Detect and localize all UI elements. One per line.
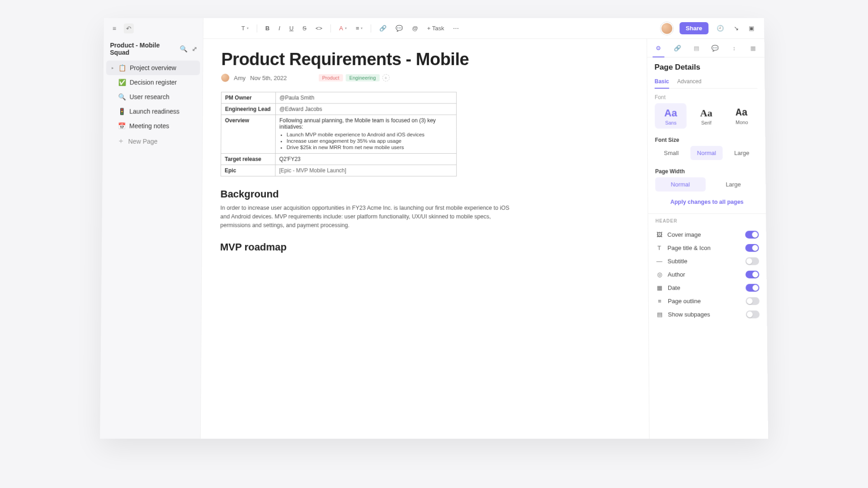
tag-product[interactable]: Product: [318, 74, 343, 81]
link-button[interactable]: 🔗: [377, 23, 388, 33]
italic-button[interactable]: I: [277, 23, 282, 33]
panel-tab-settings[interactable]: ⚙: [649, 39, 668, 57]
list-item: Launch MVP mobile experience to Android …: [287, 132, 453, 137]
font-sample: Aa: [655, 107, 686, 119]
mention[interactable]: @Paula Smith: [279, 94, 314, 101]
bold-button[interactable]: B: [264, 23, 272, 33]
chevron-right-icon[interactable]: ▸: [111, 66, 114, 70]
search-icon[interactable]: 🔍: [179, 45, 187, 52]
calendar-icon: ▦: [656, 284, 663, 291]
code-button[interactable]: <>: [314, 23, 324, 33]
new-page-button[interactable]: ＋ New Page: [105, 133, 199, 149]
background-body[interactable]: In order to increase user acquisition op…: [220, 204, 511, 230]
list-item: Drive $25k in new MRR from net new mobil…: [287, 145, 453, 150]
strike-button[interactable]: S: [301, 23, 308, 33]
sidebar-item-meeting-notes[interactable]: 📅 Meeting notes: [106, 119, 200, 133]
sidebar-item-decision-register[interactable]: ✅ Decision register: [106, 75, 200, 89]
page-width-normal[interactable]: Normal: [655, 177, 705, 191]
font-size-label: Font Size: [655, 137, 758, 143]
mention[interactable]: @Edward Jacobs: [279, 106, 322, 112]
epic-link[interactable]: [Epic - MVP Mobile Launch]: [279, 167, 346, 174]
sidebar-item-project-overview[interactable]: ▸ 📋 Project overview: [106, 61, 200, 75]
tab-basic[interactable]: Basic: [655, 76, 669, 88]
font-option-mono[interactable]: Aa Mono: [726, 103, 758, 128]
header-section-label: HEADER: [656, 218, 759, 223]
expand-icon[interactable]: ⤢: [192, 45, 197, 52]
cell-label: Target release: [221, 154, 276, 165]
comment-icon: 💬: [712, 45, 719, 52]
author-avatar: [221, 74, 229, 82]
sidebar-item-label: Decision register: [130, 79, 177, 86]
sidebar-item-user-research[interactable]: 🔍 User research: [106, 89, 200, 104]
calendar-icon: 📅: [118, 122, 126, 130]
font-sample: Aa: [726, 107, 757, 118]
panel-tab-comments[interactable]: 💬: [706, 39, 725, 57]
person-icon: ◎: [656, 271, 663, 278]
toggle-cover-image[interactable]: [745, 231, 759, 239]
info-table: PM Owner @Paula Smith Engineering Lead @…: [221, 92, 457, 176]
toggle-outline[interactable]: [746, 297, 760, 305]
sidebar: Product - Mobile Squad 🔍 ⤢ ▸ 📋 Project o…: [100, 18, 203, 439]
undo-icon[interactable]: ↶: [124, 23, 134, 33]
clipboard-icon: 📋: [118, 64, 126, 72]
history-icon[interactable]: 🕘: [715, 23, 726, 33]
comment-button[interactable]: 💬: [394, 23, 405, 33]
workspace-name: Product - Mobile Squad: [110, 42, 179, 56]
heading-roadmap: MVP roadmap: [220, 241, 630, 253]
add-task-button[interactable]: + Task: [425, 23, 446, 33]
tab-advanced[interactable]: Advanced: [677, 76, 702, 88]
align-button[interactable]: ≡: [354, 23, 365, 33]
row-label: Page outline: [668, 298, 701, 305]
toggle-subtitle[interactable]: [745, 257, 759, 265]
toggle-author[interactable]: [745, 271, 759, 278]
row-label: Show subpages: [668, 311, 710, 318]
sort-icon: ↕: [732, 45, 736, 52]
panel-tab-image[interactable]: ▦: [744, 39, 763, 57]
underline-button[interactable]: U: [288, 23, 295, 33]
font-option-serif[interactable]: Aa Serif: [690, 103, 722, 128]
mention-button[interactable]: @: [410, 23, 420, 33]
image-icon: ▦: [750, 45, 756, 52]
new-page-label: New Page: [128, 137, 158, 145]
link-icon: 🔗: [674, 45, 681, 52]
text-icon: T: [656, 244, 663, 251]
heading-background: Background: [221, 188, 630, 200]
cell-value: Q2'FY23: [275, 154, 457, 165]
search-icon: 🔍: [118, 93, 126, 101]
panel-toggle-icon[interactable]: ▣: [747, 23, 756, 33]
row-label: Date: [668, 284, 680, 291]
text-style-dropdown[interactable]: T: [240, 23, 250, 33]
share-button[interactable]: Share: [679, 22, 708, 34]
font-size-small[interactable]: Small: [655, 146, 688, 160]
font-name: Sans: [655, 120, 686, 126]
page-width-large[interactable]: Large: [708, 177, 758, 191]
more-button[interactable]: ⋯: [451, 23, 461, 33]
avatar[interactable]: [660, 22, 673, 34]
cell-label: Overview: [221, 115, 276, 154]
page-width-label: Page Width: [655, 168, 758, 174]
row-label: Cover image: [667, 231, 701, 238]
outline-icon: ≡: [656, 298, 663, 305]
panel-tab-sort[interactable]: ↕: [725, 39, 744, 57]
add-tag-button[interactable]: +: [382, 74, 389, 81]
table-row: Engineering Lead @Edward Jacobs: [221, 103, 456, 115]
table-row: Epic [Epic - MVP Mobile Launch]: [221, 165, 456, 176]
panel-tab-blocks[interactable]: ▤: [687, 39, 706, 57]
tag-engineering[interactable]: Engineering: [346, 74, 380, 81]
toggle-subpages[interactable]: [746, 310, 760, 318]
font-size-large[interactable]: Large: [726, 146, 758, 160]
export-icon[interactable]: ↘: [732, 23, 741, 33]
row-label: Subtitle: [668, 258, 688, 264]
font-option-sans[interactable]: Aa Sans: [655, 103, 687, 128]
toggle-title-icon[interactable]: [745, 244, 759, 252]
page-title[interactable]: Product Requirements - Mobile: [221, 50, 628, 69]
font-size-normal[interactable]: Normal: [690, 146, 723, 160]
toggle-date[interactable]: [745, 284, 759, 291]
text-color-button[interactable]: A: [337, 23, 349, 33]
menu-icon[interactable]: ≡: [109, 23, 119, 33]
apply-all-link[interactable]: Apply changes to all pages: [656, 199, 759, 205]
document-main: Product Requirements - Mobile Amy Nov 5t…: [201, 39, 649, 439]
subtitle-icon: ―: [656, 258, 663, 264]
sidebar-item-launch-readiness[interactable]: 🚦 Launch readiness: [106, 104, 200, 118]
panel-tab-links[interactable]: 🔗: [668, 39, 687, 57]
